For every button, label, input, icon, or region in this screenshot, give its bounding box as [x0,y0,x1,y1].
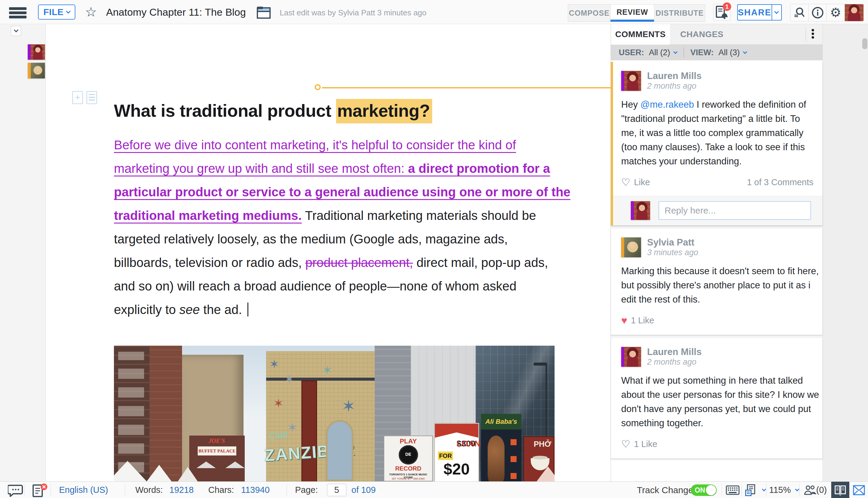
page-total: of 109 [351,482,376,498]
sign-buffet-palace: BUFFET PALACE [198,446,236,456]
reading-view-button[interactable] [831,482,849,498]
comment-author[interactable]: Sylvia Patt [647,237,698,248]
chevron-down-icon[interactable] [743,50,747,54]
chevron-down-icon[interactable] [762,487,766,492]
like-button[interactable]: Like [634,178,650,187]
chat-button[interactable] [8,484,24,498]
chevron-down-icon [66,9,71,14]
heart-outline-icon[interactable]: ♡ [621,440,630,448]
margin-avatar-sylvia[interactable] [28,63,45,78]
photo-building-red-brick [149,346,182,481]
toggle-state: ON [695,484,705,496]
sign-loan: $300 LOAN FOR $20 [434,423,479,481]
tab-compose[interactable]: COMPOSE [568,4,611,22]
comment-author[interactable]: Lauren Mills [647,71,702,81]
comment-timestamp: 2 months ago [647,357,702,367]
share-dropdown[interactable] [772,5,781,20]
share-button[interactable]: SHARE [737,4,782,21]
heart-filled-icon[interactable]: ♥ [621,316,627,325]
heading-highlighted-text[interactable]: marketing? [336,99,433,123]
chevron-down-icon[interactable] [673,50,677,54]
photo-building-dark-brick [114,346,149,481]
settings-button[interactable]: ⚙ [827,4,845,21]
comment-body: Hey @me.rakeeb I reworked the definition… [621,97,816,168]
spellcheck-button[interactable] [32,483,48,498]
document-photo: JOE'S BUFFET PALACE ✶ ✶ ✶ ✶ ✶ ✶ Club ZAN… [114,346,555,481]
chars-label: Chars: [208,482,234,498]
info-button[interactable] [809,4,827,21]
margin-avatar-lauren[interactable] [28,44,45,60]
comment-thread-active[interactable]: Lauren Mills 2 months ago Hey @me.rakeeb… [611,62,823,226]
panel-tabs: COMMENTS CHANGES [611,24,823,45]
track-changes-toggle[interactable]: ON 5 [691,484,717,496]
sign-club: Club [269,429,288,442]
user-color-bar [28,44,31,60]
topbar: FILE ☆ Anatomy Chapter 11: The Blog Last… [0,0,868,24]
mode-tabs: COMPOSE REVIEW DISTRIBUTE [568,4,705,22]
sign-ali-babas: Ali Baba's [481,414,521,481]
page-setup-button[interactable] [745,484,757,498]
chevron-down-icon[interactable] [795,487,799,492]
email-button[interactable] [853,485,865,498]
chevron-down-icon [14,28,18,32]
view-filter-value[interactable]: All (3) [719,48,740,57]
info-icon [812,6,824,19]
folder-icon[interactable] [257,6,271,19]
reply-row [611,196,823,225]
book-icon [834,485,846,495]
search-button[interactable] [790,4,809,21]
heart-outline-icon[interactable]: ♡ [621,178,630,187]
language-selector[interactable]: English (US) [59,482,108,498]
chevron-down-icon [774,9,779,14]
user-filter-value[interactable]: All (2) [649,48,670,57]
reply-input[interactable] [659,201,811,220]
view-filter-label: VIEW: [691,48,714,57]
comment-pagination: 1 of 3 Comments [747,178,813,187]
document-page[interactable]: What is traditional product marketing? B… [46,24,611,481]
comment-thread[interactable]: Lauren Mills 2 months ago What if we put… [611,338,823,459]
words-count[interactable]: 19218 [169,482,194,498]
avatar [631,201,650,220]
like-count[interactable]: 1 Like [634,439,657,449]
sign-play-de-record: PLAY DE RECORD TORONTO'S 1 DANCE MUSIC S… [384,435,433,481]
body-paragraph[interactable]: Before we dive into content marketing, i… [114,133,575,322]
photo-zanzibar-tower: ✶ ✶ ✶ ✶ ✶ ✶ Club ZANZIBAR [266,351,375,481]
like-count[interactable]: 1 Like [631,315,654,326]
statusbar: English (US) Words: 19218 Chars: 113940 … [0,481,868,498]
umbrella [226,461,245,468]
page-number-input[interactable] [327,484,346,496]
avatar [31,44,45,60]
comment-thread[interactable]: Sylvia Patt 3 minutes ago Marking this b… [611,228,823,335]
kebab-menu-icon[interactable] [812,28,815,41]
user-avatar[interactable] [845,4,864,21]
tab-distribute[interactable]: DISTRIBUTE [654,4,705,22]
search-icon [794,6,805,19]
comment-connector-line [322,87,611,88]
file-menu-button[interactable]: FILE [38,4,75,19]
block-tools [72,91,97,104]
comment-body: Marking this because it doesn't seem to … [621,264,821,306]
tab-comments[interactable]: COMMENTS [611,24,670,45]
scrollbar-thumb[interactable] [862,38,867,49]
favorite-star-icon[interactable]: ☆ [85,4,97,20]
tab-review[interactable]: REVIEW [610,4,654,22]
viewers-button[interactable] [803,485,816,498]
zoom-level[interactable]: 115% [769,482,791,498]
left-rail [0,24,46,481]
page-label: Page: [295,482,318,498]
add-block-icon[interactable] [72,91,83,104]
tab-changes[interactable]: CHANGES [680,24,724,45]
collapse-button[interactable] [11,26,21,36]
comment-threads: Lauren Mills 2 months ago Hey @me.rakeeb… [611,60,823,459]
avatar [621,237,641,257]
block-menu-icon[interactable] [86,91,97,104]
photo-storefront: JOE'S BUFFET PALACE [189,435,245,481]
comment-author[interactable]: Lauren Mills [647,347,702,357]
mention-link[interactable]: @me.rakeeb [640,99,694,110]
avatar [621,71,641,91]
keyboard-shortcuts-button[interactable] [726,485,740,498]
comment-connector-anchor [315,84,321,90]
chars-count[interactable]: 113940 [241,482,270,498]
viewers-count: (0) [816,482,827,498]
menu-icon[interactable] [9,7,27,18]
